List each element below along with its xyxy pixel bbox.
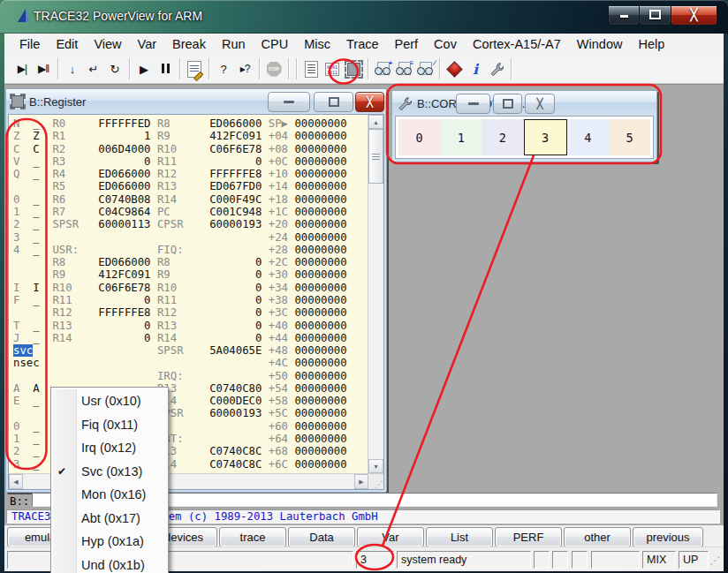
menu-item-hyp[interactable]: Hyp (0x1a) bbox=[51, 530, 168, 554]
core-cell-4[interactable]: 4 bbox=[567, 119, 609, 155]
target-system-icon[interactable] bbox=[444, 57, 465, 80]
register-close-button[interactable]: ╳ bbox=[355, 92, 384, 112]
menu-item-irq[interactable]: Irq (0x12) bbox=[51, 436, 168, 460]
register-maximize-button[interactable] bbox=[314, 92, 353, 112]
register-resize-grip[interactable]: ⋰ bbox=[368, 474, 383, 489]
go-up-icon[interactable]: ↻ bbox=[104, 57, 125, 80]
softkey-data[interactable]: Data bbox=[288, 527, 355, 547]
softkey-var[interactable]: Var bbox=[357, 527, 424, 547]
scroll-down-icon[interactable]: ▼ bbox=[368, 459, 383, 473]
register-row: I I R10 C06F6E78 R10 0 +34 00000000 bbox=[13, 282, 368, 294]
softkey-previous[interactable]: previous bbox=[633, 527, 703, 547]
register-row: 3 _ +24 00000000 bbox=[13, 231, 368, 244]
menu-help[interactable]: Help bbox=[630, 35, 672, 53]
minimize-button[interactable] bbox=[608, 6, 640, 26]
register-row: R8 ED066000 R8 0 +2C 00000000 bbox=[13, 256, 368, 268]
minimize-icon bbox=[620, 15, 628, 18]
register-window-icon bbox=[11, 95, 24, 108]
status-core-number: 3 bbox=[356, 551, 394, 569]
core-minimize-button[interactable] bbox=[456, 94, 490, 114]
maximize-icon bbox=[329, 97, 339, 107]
list-icon[interactable] bbox=[300, 57, 322, 80]
step-down-icon[interactable]: ↓ bbox=[62, 57, 83, 80]
tool-config-icon[interactable] bbox=[486, 57, 507, 80]
step-icon[interactable]: ▶| bbox=[11, 57, 33, 80]
core-cell-1[interactable]: 1 bbox=[440, 119, 482, 155]
context-help-icon[interactable]: ▸? bbox=[234, 57, 255, 80]
register-row: V _ R3 0 R11 0 +0C 00000000 bbox=[13, 155, 368, 168]
maximize-icon bbox=[503, 99, 513, 109]
close-button[interactable]: ╳ bbox=[671, 6, 717, 26]
peripherals-edit-icon[interactable]: ∕ bbox=[414, 57, 436, 80]
register-vertical-scrollbar[interactable]: ▲ ▼ bbox=[368, 115, 383, 473]
core-cells: 012345 bbox=[395, 116, 654, 159]
status-cell-4 bbox=[591, 551, 640, 569]
maximize-button[interactable] bbox=[639, 6, 671, 26]
menu-cpu[interactable]: CPU bbox=[254, 35, 297, 53]
softkey-trace[interactable]: trace bbox=[219, 527, 286, 547]
menu-cortex-a15-a7[interactable]: Cortex-A15/-A7 bbox=[465, 35, 569, 53]
register-row: IRQ: +50 00000000 bbox=[13, 370, 368, 382]
stop-icon[interactable]: STOP bbox=[263, 57, 284, 80]
menu-item-und[interactable]: Und (0x1b) bbox=[51, 554, 168, 573]
softkey-perf[interactable]: PERF bbox=[495, 527, 562, 547]
menu-trace[interactable]: Trace bbox=[338, 35, 387, 53]
scroll-up-icon[interactable]: ▲ bbox=[368, 115, 383, 129]
core-maximize-button[interactable] bbox=[493, 94, 522, 114]
menu-run[interactable]: Run bbox=[214, 35, 254, 53]
register-window-titlebar[interactable]: B::Register ╳ bbox=[6, 89, 386, 114]
edit-script-icon[interactable] bbox=[184, 57, 205, 80]
help-icon[interactable]: ? bbox=[213, 57, 234, 80]
menu-perf[interactable]: Perf bbox=[387, 35, 427, 53]
menu-var[interactable]: Var bbox=[130, 35, 165, 53]
softkey-list[interactable]: List bbox=[426, 527, 493, 547]
core-showac-window: B::CORE.SHOWAC... ╳ 012345 bbox=[391, 90, 657, 162]
core-cell-2[interactable]: 2 bbox=[482, 119, 523, 155]
menu-window[interactable]: Window bbox=[569, 35, 631, 53]
menu-item-mon[interactable]: Mon (0x16) bbox=[51, 483, 168, 507]
maximize-icon bbox=[649, 10, 661, 19]
status-cell-3 bbox=[572, 551, 588, 569]
scrollbar-thumb[interactable] bbox=[368, 129, 383, 184]
register-row: svc SPSR 5A04065E +48 00000000 bbox=[13, 344, 368, 357]
command-prompt: B:: bbox=[10, 495, 29, 508]
status-mix-mode: MIX bbox=[642, 551, 676, 569]
peripherals-view-icon[interactable]: ≡ bbox=[393, 57, 414, 80]
register-icon[interactable] bbox=[343, 57, 364, 80]
go-return-icon[interactable]: ↵ bbox=[83, 57, 104, 80]
menu-misc[interactable]: Misc bbox=[296, 35, 338, 53]
status-cell-1 bbox=[534, 551, 550, 569]
register-row: R9 412FC091 R9 0 +30 00000000 bbox=[13, 268, 368, 281]
core-window-titlebar[interactable]: B::CORE.SHOWAC... ╳ bbox=[392, 91, 656, 116]
softkey-other[interactable]: other bbox=[564, 527, 631, 547]
core-cell-5[interactable]: 5 bbox=[609, 119, 650, 155]
wrench-icon bbox=[398, 96, 412, 110]
core-cell-0[interactable]: 0 bbox=[398, 119, 440, 155]
core-cell-3[interactable]: 3 bbox=[524, 119, 567, 155]
peripherals-add-icon[interactable]: + bbox=[372, 57, 393, 80]
version-info-icon[interactable]: i bbox=[465, 57, 486, 80]
close-icon: ╳ bbox=[537, 98, 543, 109]
scroll-left-icon[interactable]: ◀ bbox=[9, 474, 23, 489]
menu-item-svc[interactable]: ✔Svc (0x13) bbox=[51, 460, 168, 484]
menu-break[interactable]: Break bbox=[164, 35, 214, 53]
core-close-button[interactable]: ╳ bbox=[525, 94, 555, 114]
scroll-right-icon[interactable]: ▶ bbox=[354, 474, 368, 489]
register-row: 0 _ R6 C0740B08 R14 C000F49C +18 0000000… bbox=[13, 193, 368, 206]
menu-item-fiq[interactable]: Fiq (0x11) bbox=[51, 413, 168, 437]
dump-icon[interactable]: 01011011 bbox=[322, 57, 343, 80]
go-icon[interactable]: ▶ bbox=[133, 57, 155, 80]
menu-item-usr[interactable]: Usr (0x10) bbox=[51, 389, 168, 413]
register-row: N _ R0 FFFFFFED R8 ED066000 SP▶ 00000000 bbox=[13, 117, 368, 130]
menu-edit[interactable]: Edit bbox=[48, 35, 86, 53]
menu-view[interactable]: View bbox=[86, 35, 129, 53]
menu-cov[interactable]: Cov bbox=[426, 35, 465, 53]
break-icon[interactable] bbox=[155, 57, 176, 80]
window-resize-grip[interactable]: ⋰ bbox=[709, 554, 720, 567]
minimize-icon bbox=[468, 102, 479, 105]
menu-file[interactable]: File bbox=[11, 35, 48, 53]
register-minimize-button[interactable] bbox=[268, 92, 310, 112]
step-over-icon[interactable]: ▶‖ bbox=[33, 57, 54, 80]
menu-item-abt[interactable]: Abt (0x17) bbox=[51, 507, 168, 531]
window-titlebar[interactable]: TRACE32 PowerView for ARM ╳ bbox=[0, 0, 728, 34]
